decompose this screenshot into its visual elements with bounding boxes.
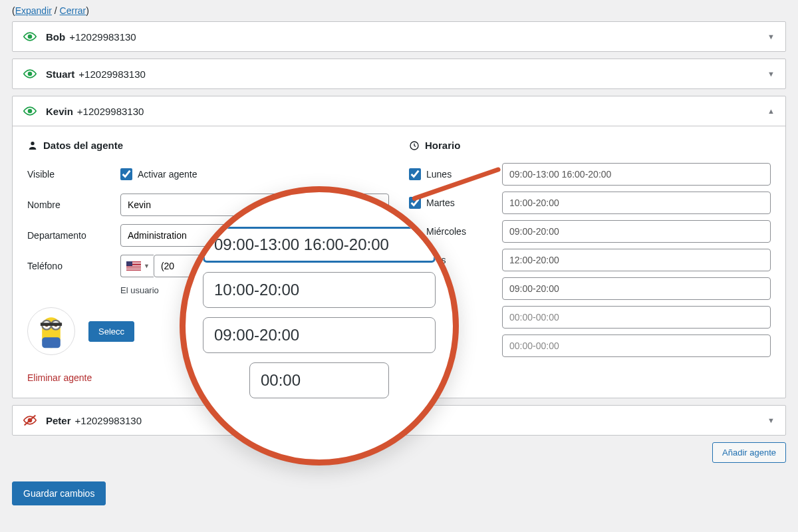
magnified-input-4 xyxy=(249,362,389,398)
agent-header-stuart[interactable]: Stuart +12029983130 ▼ xyxy=(13,59,785,88)
agent-header-kevin[interactable]: Kevin +12029983130 ▲ xyxy=(13,96,785,126)
schedule-row-domingo: go xyxy=(409,334,771,357)
eye-icon xyxy=(23,30,37,43)
eye-off-icon xyxy=(23,414,37,427)
chevron-up-icon: ▲ xyxy=(767,107,775,115)
collapse-all-link[interactable]: Cerrar xyxy=(60,5,86,16)
chevron-down-icon: ▼ xyxy=(767,70,775,78)
country-flag-select[interactable]: ▼ xyxy=(120,255,154,277)
caret-down-icon: ▼ xyxy=(144,263,150,269)
chevron-down-icon: ▼ xyxy=(767,33,775,41)
agent-panel-stuart: Stuart +12029983130 ▼ xyxy=(12,59,786,89)
save-changes-button[interactable]: Guardar cambios xyxy=(12,481,106,505)
schedule-column: Horario Lunes Martes Miércoles eves es xyxy=(409,140,771,383)
label-activate-agent: Activar agente xyxy=(138,169,198,180)
agent-phone: +12029983130 xyxy=(78,68,146,80)
magnified-input-1 xyxy=(203,227,436,263)
input-martes[interactable] xyxy=(502,192,771,214)
avatar-minion-icon xyxy=(36,311,66,351)
section-title-agent-data: Datos del agente xyxy=(27,140,389,151)
magnified-input-2 xyxy=(203,272,436,308)
day-label: Miércoles xyxy=(426,226,466,237)
avatar xyxy=(27,307,75,355)
agent-header-bob[interactable]: Bob +12029983130 ▼ xyxy=(13,22,785,51)
expand-collapse-controls: (Expandir / Cerrar) xyxy=(12,5,786,16)
magnifier-overlay xyxy=(180,186,459,466)
section-title-schedule: Horario xyxy=(409,140,771,151)
svg-point-0 xyxy=(29,35,32,39)
input-domingo[interactable] xyxy=(502,334,771,357)
day-label: Martes xyxy=(426,198,455,208)
checkbox-activate-agent[interactable] xyxy=(120,168,132,180)
add-agent-button[interactable]: Añadir agente xyxy=(712,442,786,463)
agent-panel-bob: Bob +12029983130 ▼ xyxy=(12,21,786,52)
svg-rect-10 xyxy=(41,323,62,326)
checkbox-lunes[interactable] xyxy=(409,168,421,180)
input-lunes[interactable] xyxy=(502,163,771,186)
eye-icon xyxy=(23,104,37,118)
label-phone: Teléfono xyxy=(27,261,120,271)
input-miercoles[interactable] xyxy=(502,220,771,243)
label-visible: Visible xyxy=(27,169,120,180)
svg-point-3 xyxy=(31,142,34,145)
label-name: Nombre xyxy=(27,200,120,210)
input-jueves[interactable] xyxy=(502,249,771,271)
label-department: Departamento xyxy=(27,230,120,241)
agent-phone: +12029983130 xyxy=(77,106,144,117)
person-icon xyxy=(27,140,38,151)
agent-name: Bob xyxy=(46,31,65,43)
agent-name: Peter xyxy=(46,415,71,426)
chevron-down-icon: ▼ xyxy=(767,416,775,424)
eye-icon xyxy=(23,67,37,80)
schedule-row-martes: Martes xyxy=(409,192,771,214)
expand-all-link[interactable]: Expandir xyxy=(15,5,52,16)
input-sabado[interactable] xyxy=(502,306,771,329)
svg-point-2 xyxy=(29,110,32,113)
agent-name: Kevin xyxy=(46,106,73,117)
select-avatar-button[interactable]: Selecc xyxy=(88,321,134,342)
agent-phone: +12029983130 xyxy=(75,415,142,426)
magnified-input-3 xyxy=(203,317,436,353)
agent-phone: +12029983130 xyxy=(69,31,136,43)
schedule-row-miercoles: Miércoles xyxy=(409,220,771,243)
svg-rect-5 xyxy=(42,337,61,348)
delete-agent-link[interactable]: Eliminar agente xyxy=(27,372,92,383)
flag-us-icon xyxy=(126,261,141,271)
clock-icon xyxy=(409,140,420,151)
schedule-row-jueves: eves xyxy=(409,249,771,271)
schedule-row-sabado: o xyxy=(409,306,771,329)
agent-name: Stuart xyxy=(46,68,74,80)
schedule-row-viernes: es xyxy=(409,277,771,300)
input-viernes[interactable] xyxy=(502,277,771,300)
day-label: Lunes xyxy=(426,169,452,180)
svg-point-1 xyxy=(29,72,32,76)
